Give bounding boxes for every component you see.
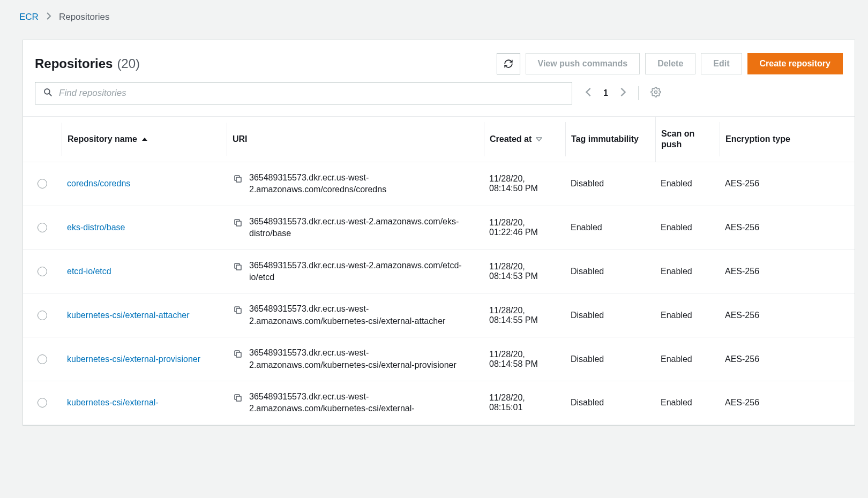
created-at: 11/28/20, 08:14:53 PM bbox=[484, 252, 565, 291]
tag-immutability: Disabled bbox=[565, 345, 655, 374]
svg-rect-4 bbox=[236, 221, 241, 226]
col-tag-imm-header[interactable]: Tag immutability bbox=[565, 122, 655, 156]
edit-button[interactable]: Edit bbox=[701, 53, 742, 74]
svg-rect-3 bbox=[236, 177, 241, 182]
svg-rect-5 bbox=[236, 265, 241, 270]
col-scan-header[interactable]: Scan on push bbox=[655, 117, 720, 162]
repository-name-link[interactable]: eks-distro/base bbox=[67, 223, 125, 232]
create-repository-button[interactable]: Create repository bbox=[747, 53, 843, 74]
breadcrumb-root-link[interactable]: ECR bbox=[19, 12, 39, 22]
repository-name-link[interactable]: kubernetes-csi/external- bbox=[67, 398, 159, 407]
created-at: 11/28/20, 08:14:50 PM bbox=[484, 164, 565, 203]
row-select-radio[interactable] bbox=[38, 311, 47, 320]
breadcrumb: ECR Repositories bbox=[3, 10, 865, 32]
page-number: 1 bbox=[603, 88, 608, 98]
scan-on-push: Enabled bbox=[655, 388, 720, 417]
encryption-type: AES-256 bbox=[720, 257, 805, 286]
row-select-radio[interactable] bbox=[38, 223, 47, 232]
paginator: 1 bbox=[585, 86, 661, 100]
repository-uri: 365489315573.dkr.ecr.us-west-2.amazonaws… bbox=[249, 303, 474, 327]
scan-on-push: Enabled bbox=[655, 257, 720, 286]
created-at: 11/28/20, 01:22:46 PM bbox=[484, 208, 565, 247]
col-name-label: Repository name bbox=[68, 134, 137, 144]
tag-immutability: Disabled bbox=[565, 301, 655, 330]
copy-uri-icon[interactable] bbox=[232, 217, 244, 229]
table-header-row: Repository name URI Created at Tag immut… bbox=[23, 117, 855, 162]
table-row: kubernetes-csi/external-attacher36548931… bbox=[23, 293, 855, 337]
col-tag-imm-label: Tag immutability bbox=[571, 134, 639, 145]
repository-name-link[interactable]: kubernetes-csi/external-attacher bbox=[67, 311, 190, 320]
repository-uri: 365489315573.dkr.ecr.us-west-2.amazonaws… bbox=[249, 391, 474, 415]
row-select-radio[interactable] bbox=[38, 398, 47, 408]
row-select-radio[interactable] bbox=[38, 179, 47, 188]
col-uri-header[interactable]: URI bbox=[227, 123, 484, 156]
svg-rect-7 bbox=[236, 352, 241, 357]
copy-uri-icon[interactable] bbox=[232, 348, 244, 360]
sort-asc-icon bbox=[141, 136, 148, 142]
col-created-label: Created at bbox=[490, 134, 532, 145]
page-title: Repositories bbox=[35, 56, 113, 71]
encryption-type: AES-256 bbox=[720, 213, 805, 242]
breadcrumb-current: Repositories bbox=[59, 12, 110, 22]
copy-uri-icon[interactable] bbox=[232, 304, 244, 316]
svg-rect-6 bbox=[236, 308, 241, 313]
scan-on-push: Enabled bbox=[655, 213, 720, 242]
table-row: etcd-io/etcd365489315573.dkr.ecr.us-west… bbox=[23, 250, 855, 294]
scan-on-push: Enabled bbox=[655, 345, 720, 374]
table-row: kubernetes-csi/external-provisioner36548… bbox=[23, 337, 855, 381]
scan-on-push: Enabled bbox=[655, 301, 720, 330]
col-uri-label: URI bbox=[233, 134, 248, 144]
repository-uri: 365489315573.dkr.ecr.us-west-2.amazonaws… bbox=[249, 260, 474, 284]
encryption-type: AES-256 bbox=[720, 388, 805, 417]
repository-uri: 365489315573.dkr.ecr.us-west-2.amazonaws… bbox=[249, 172, 474, 196]
tag-immutability: Disabled bbox=[565, 388, 655, 417]
encryption-type: AES-256 bbox=[720, 301, 805, 330]
repository-uri: 365489315573.dkr.ecr.us-west-2.amazonaws… bbox=[249, 216, 474, 240]
table-row: kubernetes-csi/external-365489315573.dkr… bbox=[23, 381, 855, 425]
row-select-radio[interactable] bbox=[38, 354, 47, 364]
chevron-right-icon bbox=[46, 12, 51, 22]
svg-line-1 bbox=[49, 93, 51, 95]
scan-on-push: Enabled bbox=[655, 169, 720, 198]
encryption-type: AES-256 bbox=[720, 169, 805, 198]
paginator-separator bbox=[638, 86, 639, 100]
repositories-table: Repository name URI Created at Tag immut… bbox=[23, 116, 855, 425]
col-select bbox=[23, 127, 62, 151]
repository-name-link[interactable]: etcd-io/etcd bbox=[67, 267, 111, 276]
search-input[interactable] bbox=[58, 87, 564, 99]
page-title-count: (20) bbox=[117, 56, 140, 71]
created-at: 11/28/20, 08:14:55 PM bbox=[484, 296, 565, 335]
svg-point-2 bbox=[654, 91, 657, 94]
view-push-commands-button[interactable]: View push commands bbox=[526, 53, 640, 74]
col-name-header[interactable]: Repository name bbox=[62, 123, 227, 156]
repository-name-link[interactable]: coredns/coredns bbox=[67, 179, 130, 188]
svg-rect-8 bbox=[236, 396, 241, 401]
col-enc-label: Encryption type bbox=[725, 134, 790, 145]
table-row: coredns/coredns365489315573.dkr.ecr.us-w… bbox=[23, 162, 855, 206]
col-created-header[interactable]: Created at bbox=[484, 122, 565, 156]
col-enc-header[interactable]: Encryption type bbox=[720, 122, 805, 156]
copy-uri-icon[interactable] bbox=[232, 173, 244, 185]
page-next-button[interactable] bbox=[620, 87, 626, 99]
delete-button[interactable]: Delete bbox=[645, 53, 695, 74]
tag-immutability: Enabled bbox=[565, 213, 655, 242]
col-scan-label: Scan on push bbox=[661, 129, 714, 150]
encryption-type: AES-256 bbox=[720, 345, 805, 374]
search-icon bbox=[43, 87, 53, 99]
tag-immutability: Disabled bbox=[565, 169, 655, 198]
settings-button[interactable] bbox=[650, 87, 661, 100]
created-at: 11/28/20, 08:14:58 PM bbox=[484, 340, 565, 379]
refresh-button[interactable] bbox=[497, 53, 520, 74]
table-row: eks-distro/base365489315573.dkr.ecr.us-w… bbox=[23, 206, 855, 250]
copy-uri-icon[interactable] bbox=[232, 261, 244, 273]
repositories-panel: Repositories (20) View push commands Del… bbox=[23, 40, 855, 426]
row-select-radio[interactable] bbox=[38, 267, 47, 276]
created-at: 11/28/20, 08:15:01 bbox=[484, 383, 565, 422]
tag-immutability: Disabled bbox=[565, 257, 655, 286]
copy-uri-icon[interactable] bbox=[232, 392, 244, 404]
sort-desc-icon bbox=[536, 136, 542, 142]
page-prev-button[interactable] bbox=[585, 87, 592, 99]
search-container bbox=[35, 82, 572, 104]
repository-name-link[interactable]: kubernetes-csi/external-provisioner bbox=[67, 354, 200, 364]
repository-uri: 365489315573.dkr.ecr.us-west-2.amazonaws… bbox=[249, 347, 474, 371]
